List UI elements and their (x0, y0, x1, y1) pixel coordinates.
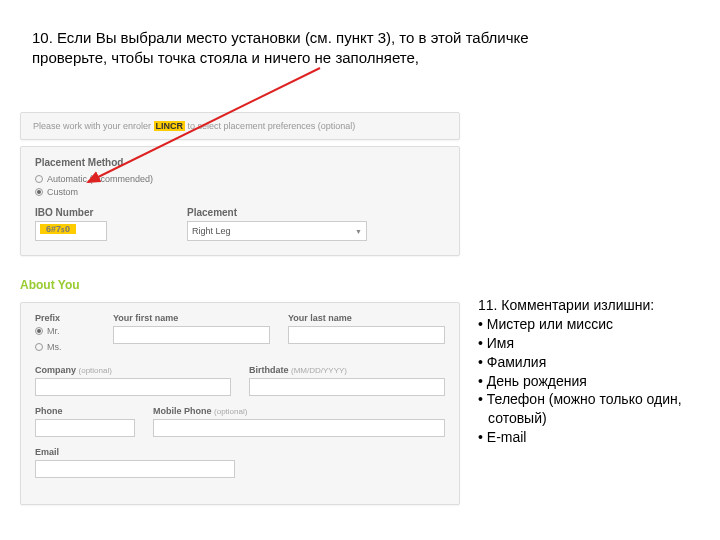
prefix-label: Prefix (35, 313, 95, 323)
about-you-panel: Prefix Mr. Ms. Your first name Your last… (20, 302, 460, 505)
email-label: Email (35, 447, 445, 457)
enroller-highlight: LINCR (154, 121, 186, 131)
radio-icon (35, 175, 43, 183)
mobile-input[interactable] (153, 419, 445, 437)
last-name-label: Your last name (288, 313, 445, 323)
placement-select[interactable]: Right Leg (187, 221, 367, 241)
ibo-input[interactable]: 6#7₅0 (35, 221, 107, 241)
radio-mr[interactable]: Mr. (35, 326, 95, 336)
radio-custom[interactable]: Custom (35, 187, 445, 197)
radio-ms[interactable]: Ms. (35, 342, 95, 352)
radio-automatic[interactable]: Automatic (recommended) (35, 174, 445, 184)
ibo-label: IBO Number (35, 207, 107, 218)
enroller-notice: Please work with your enroler LINCR to s… (20, 112, 460, 140)
company-input[interactable] (35, 378, 231, 396)
callout-title: 11. Комментарии излишни: (478, 296, 698, 315)
company-label: Company (optional) (35, 365, 231, 375)
last-name-input[interactable] (288, 326, 445, 344)
placement-method-heading: Placement Method (35, 157, 445, 168)
first-name-input[interactable] (113, 326, 270, 344)
radio-icon-selected (35, 188, 43, 196)
email-input[interactable] (35, 460, 235, 478)
instruction-step-11: 11. Комментарии излишни: Мистер или мисс… (478, 296, 698, 447)
placement-panel: Placement Method Automatic (recommended)… (20, 146, 460, 256)
mobile-label: Mobile Phone (optional) (153, 406, 445, 416)
placement-label: Placement (187, 207, 367, 218)
instruction-step-10: 10. Если Вы выбрали место установки (см.… (32, 28, 582, 67)
first-name-label: Your first name (113, 313, 270, 323)
phone-label: Phone (35, 406, 135, 416)
birthdate-input[interactable] (249, 378, 445, 396)
phone-input[interactable] (35, 419, 135, 437)
birthdate-label: Birthdate (MM/DD/YYYY) (249, 365, 445, 375)
about-you-heading: About You (20, 278, 80, 292)
